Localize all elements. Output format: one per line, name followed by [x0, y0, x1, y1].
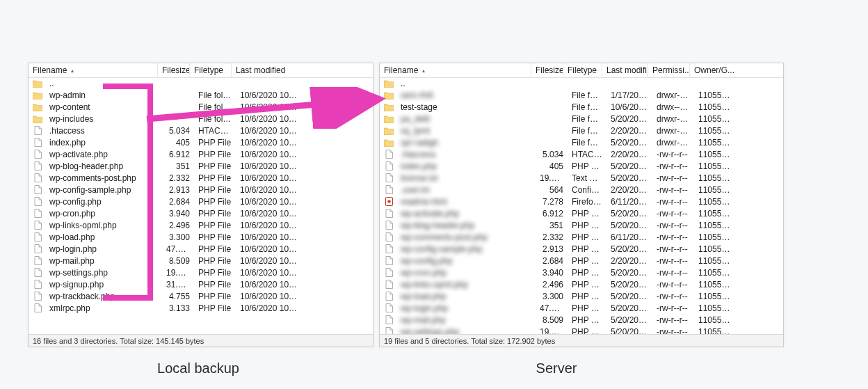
- cell-modified: 5/20/2020 ...: [606, 244, 652, 254]
- cell-permissions: -rw-r--r--: [652, 161, 694, 171]
- file-icon: [34, 280, 42, 289]
- folder-icon: [384, 138, 394, 147]
- cell-modified: 5/20/2020 ...: [606, 138, 652, 148]
- cell-permissions: -rw-r--r--: [652, 185, 694, 195]
- table-row[interactable]: wp-blog-header.php351PHP File10/6/2020 1…: [29, 160, 373, 172]
- folder-icon: [384, 103, 394, 111]
- table-row[interactable]: wp-comments-post.php2.332PHP File10/6/20…: [29, 172, 373, 184]
- file-icon: [34, 209, 42, 218]
- table-row[interactable]: sem-rfv8File folder1/17/2019 ...drwxr-xr…: [380, 89, 783, 101]
- table-row[interactable]: spr-radighFile folder5/20/2020 ...drwxr-…: [380, 136, 783, 148]
- server-header-filesize[interactable]: Filesize: [531, 63, 563, 77]
- cell-filesize: 2.684: [162, 197, 194, 207]
- cell-filetype: HTACCESS ...: [194, 126, 236, 136]
- table-row[interactable]: wp-mail.php8.509PHP File5/20/2020 ...-rw…: [380, 314, 783, 326]
- cell-filesize: 47.874: [162, 244, 194, 254]
- cell-filetype: File folder: [568, 102, 606, 112]
- server-header-owner[interactable]: Owner/G...: [690, 63, 783, 77]
- table-row[interactable]: wp-links-opml.php2.496PHP File5/20/2020 …: [380, 278, 783, 290]
- server-status-bar: 19 files and 5 directories. Total size: …: [380, 334, 783, 347]
- cell-filename: wp-admin: [45, 90, 162, 100]
- table-row[interactable]: wp-signup.php31.111PHP File10/6/2020 10:…: [29, 278, 373, 290]
- table-row[interactable]: wp-cron.php3.940PHP File10/6/2020 10:3..…: [29, 207, 373, 219]
- table-row[interactable]: wp-activate.php6.912PHP File5/20/2020 ..…: [380, 207, 783, 219]
- cell-filetype: PHP File: [194, 268, 236, 278]
- server-header-permissions[interactable]: Permissi...: [648, 63, 690, 77]
- cell-filesize: 351: [536, 221, 568, 230]
- file-icon: [34, 150, 42, 159]
- table-row[interactable]: wp-load.php3.300PHP File10/6/2020 10:3..…: [29, 231, 373, 243]
- server-header-filetype[interactable]: Filetype: [563, 63, 602, 77]
- table-row[interactable]: wp-settings.php19.396PHP File5/20/2020 .…: [380, 326, 783, 334]
- table-row[interactable]: readme.html7.278Firefox ...6/11/2020 ...…: [380, 196, 783, 207]
- table-row[interactable]: wp-login.php47.874PHP File5/20/2020 ...-…: [380, 302, 783, 314]
- table-row[interactable]: wp-trackback.php4.755PHP File10/6/2020 1…: [29, 290, 373, 302]
- cell-filesize: 6.912: [536, 209, 568, 219]
- table-row[interactable]: .user.ini564Configur...2/20/2019 ...-rw-…: [380, 184, 783, 196]
- cell-filesize: 4.755: [162, 292, 194, 301]
- table-row[interactable]: wp-mail.php8.509PHP File10/6/2020 10:3..…: [29, 255, 373, 267]
- table-row[interactable]: pa_delitFile folder5/20/2020 ...drwxr-xr…: [380, 113, 783, 125]
- table-row[interactable]: wp-contentFile folder10/6/2020 10:4...: [29, 101, 373, 113]
- table-row[interactable]: .htaccess5.034HTACCE...2/20/2019 ...-rw-…: [380, 148, 783, 160]
- table-row[interactable]: xmlrpc.php3.133PHP File10/6/2020 10:3...: [29, 302, 373, 314]
- cell-filename: readme.html: [396, 197, 536, 207]
- table-row[interactable]: wp-includesFile folder10/6/2020 10:4...: [29, 113, 373, 125]
- table-row[interactable]: ..: [29, 77, 373, 89]
- cell-filetype: PHP File: [194, 280, 236, 289]
- table-row[interactable]: index.php405PHP File10/6/2020 10:3...: [29, 136, 373, 148]
- cell-filename: wp-blog-header.php: [45, 161, 162, 171]
- table-row[interactable]: wp-load.php3.300PHP File5/20/2020 ...-rw…: [380, 290, 783, 302]
- local-column-headers: Filename ▴ Filesize Filetype Last modifi…: [29, 63, 373, 78]
- folder-icon: [33, 91, 42, 100]
- table-row[interactable]: wp-activate.php6.912PHP File10/6/2020 10…: [29, 148, 373, 160]
- local-header-filetype[interactable]: Filetype: [190, 63, 232, 77]
- cell-filename: wp-links-opml.php: [396, 280, 536, 289]
- cell-modified: 5/20/2020 ...: [606, 303, 652, 313]
- local-header-modified[interactable]: Last modified: [232, 63, 373, 77]
- table-row[interactable]: wp-links-opml.php2.496PHP File10/6/2020 …: [29, 219, 373, 231]
- table-row[interactable]: wp-comments-post.php2.332PHP File6/11/20…: [380, 231, 783, 243]
- cell-filename: wp-config-sample.php: [45, 185, 162, 195]
- cell-filename: index.php: [396, 161, 536, 171]
- file-icon: [34, 221, 42, 230]
- cell-owner: 1105560...: [694, 185, 736, 195]
- file-icon: [34, 173, 42, 182]
- file-icon: [34, 244, 42, 253]
- cell-filetype: PHP File: [194, 232, 236, 242]
- server-header-filename[interactable]: Filename ▴: [380, 63, 531, 77]
- cell-filetype: PHP File: [194, 209, 236, 219]
- cell-filesize: 3.133: [162, 303, 194, 313]
- cell-filetype: PHP File: [568, 256, 606, 266]
- table-row[interactable]: wp-login.php47.874PHP File10/6/2020 10:3…: [29, 243, 373, 255]
- local-header-filesize[interactable]: Filesize: [158, 63, 190, 77]
- table-row[interactable]: wp-config-sample.php2.913PHP File10/6/20…: [29, 184, 373, 196]
- cell-filetype: PHP File: [194, 150, 236, 159]
- table-row[interactable]: sq_lpmtFile folder2/20/2019 ...drwxr-xr-…: [380, 125, 783, 136]
- table-row[interactable]: ..: [380, 77, 783, 89]
- table-row[interactable]: test-stageFile folder10/6/2020 ...drwx--…: [380, 101, 783, 113]
- table-row[interactable]: wp-settings.php19.396PHP File10/6/2020 1…: [29, 267, 373, 278]
- table-row[interactable]: wp-blog-header.php351PHP File5/20/2020 .…: [380, 219, 783, 231]
- table-row[interactable]: wp-cron.php3.940PHP File5/20/2020 ...-rw…: [380, 267, 783, 278]
- file-icon: [385, 315, 393, 324]
- cell-filesize: 19.396: [162, 268, 194, 278]
- table-row[interactable]: .htaccess5.034HTACCESS ...10/6/2020 10:3…: [29, 125, 373, 136]
- cell-modified: 2/20/2019 ...: [606, 185, 652, 195]
- table-row[interactable]: wp-config-sample.php2.913PHP File5/20/20…: [380, 243, 783, 255]
- table-row[interactable]: wp-config.php2.684PHP File10/6/2020 10:3…: [29, 196, 373, 207]
- local-header-filename[interactable]: Filename ▴: [29, 63, 158, 77]
- table-row[interactable]: license.txt19.915Text Doc...5/20/2020 ..…: [380, 172, 783, 184]
- cell-permissions: -rw-r--r--: [652, 315, 694, 325]
- local-file-list[interactable]: ..wp-adminFile folder10/6/2020 10:4...wp…: [29, 77, 373, 334]
- table-row[interactable]: wp-config.php2.684PHP File2/20/2019 ...-…: [380, 255, 783, 267]
- server-header-modified[interactable]: Last modifi...: [602, 63, 648, 77]
- html-file-icon: [385, 197, 393, 206]
- table-row[interactable]: wp-adminFile folder10/6/2020 10:4...: [29, 89, 373, 101]
- cell-filetype: PHP File: [568, 161, 606, 171]
- cell-modified: 5/20/2020 ...: [606, 114, 652, 124]
- server-file-list[interactable]: ..sem-rfv8File folder1/17/2019 ...drwxr-…: [380, 77, 783, 334]
- table-row[interactable]: index.php405PHP File5/20/2020 ...-rw-r--…: [380, 160, 783, 172]
- cell-permissions: -rw-r--r--: [652, 244, 694, 254]
- cell-modified: 5/20/2020 ...: [606, 327, 652, 335]
